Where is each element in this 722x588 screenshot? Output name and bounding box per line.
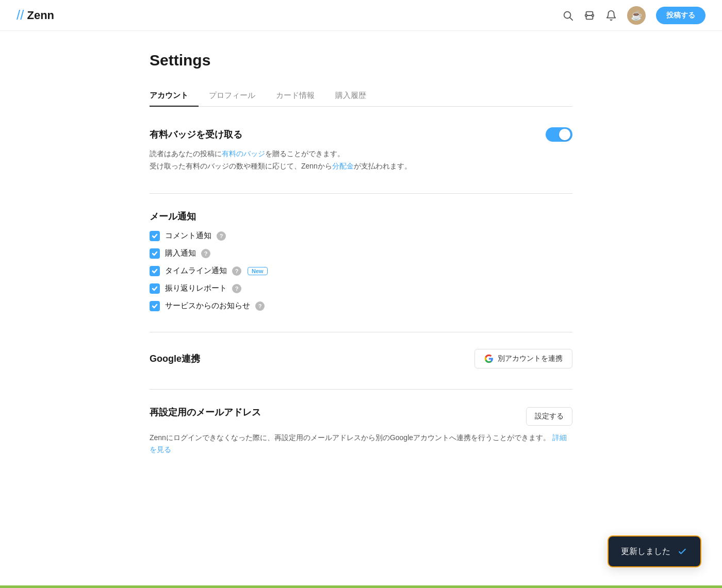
purchase-help-icon[interactable]: ? — [201, 249, 210, 258]
toast-notification: 更新しました — [608, 535, 701, 567]
tabs: アカウント プロフィール カード情報 購入履歴 — [150, 86, 572, 107]
toast-check-icon — [677, 546, 688, 557]
page-title: Settings — [150, 52, 572, 69]
email-reset-set-button[interactable]: 設定する — [526, 407, 572, 426]
service-label: サービスからのお知らせ — [165, 301, 250, 311]
google-icon — [484, 354, 494, 363]
badge-section-title: 有料バッジを受け取る — [150, 128, 242, 141]
list-item: 購入通知 ? — [150, 248, 572, 259]
email-reset-title: 再設定用のメールアドレス — [150, 406, 261, 418]
service-help-icon[interactable]: ? — [255, 301, 265, 311]
divider-2 — [150, 332, 572, 332]
avatar[interactable]: ☕ — [627, 6, 646, 25]
main-content: Settings アカウント プロフィール カード情報 購入履歴 有料バッジを受… — [139, 31, 583, 518]
logo[interactable]: // Zenn — [17, 7, 54, 23]
google-section: Google連携 別アカウントを連携 — [150, 349, 572, 368]
list-item: サービスからのお知らせ ? — [150, 301, 572, 311]
service-checkbox[interactable] — [150, 301, 160, 311]
email-reset-section: 再設定用のメールアドレス 設定する Zennにログインできなくなった際に、再設定… — [150, 406, 572, 457]
navbar-actions: ☕ 投稿する — [562, 6, 705, 25]
email-reset-header: 再設定用のメールアドレス 設定する — [150, 406, 572, 426]
comment-help-icon[interactable]: ? — [217, 231, 226, 241]
timeline-help-icon[interactable]: ? — [232, 266, 241, 276]
network-icon[interactable] — [584, 10, 595, 21]
timeline-checkbox[interactable] — [150, 266, 160, 276]
tab-card[interactable]: カード情報 — [266, 86, 325, 107]
tab-history[interactable]: 購入履歴 — [325, 86, 376, 107]
divider-1 — [150, 193, 572, 194]
report-help-icon[interactable]: ? — [232, 284, 241, 293]
email-notification-title: メール通知 — [150, 210, 572, 223]
distribution-link[interactable]: 分配金 — [332, 162, 354, 170]
search-icon[interactable] — [562, 10, 573, 21]
email-notification-section: メール通知 コメント通知 ? 購入通知 ? — [150, 210, 572, 311]
purchase-label: 購入通知 — [165, 248, 196, 258]
comment-label: コメント通知 — [165, 231, 211, 241]
badge-desc: 読者はあなたの投稿に有料のバッジを贈ることができます。 受け取った有料のバッジの… — [150, 148, 572, 173]
bell-icon[interactable] — [605, 10, 617, 21]
badge-link[interactable]: 有料のバッジ — [222, 149, 265, 158]
report-checkbox[interactable] — [150, 283, 160, 294]
new-badge: New — [248, 267, 268, 275]
google-section-title: Google連携 — [150, 352, 200, 365]
badge-section-header: 有料バッジを受け取る — [150, 127, 572, 142]
toast-message: 更新しました — [621, 546, 670, 557]
purchase-checkbox[interactable] — [150, 248, 160, 259]
bottom-bar — [0, 585, 722, 588]
logo-name: Zenn — [27, 9, 54, 22]
list-item: タイムライン通知 ? New — [150, 266, 572, 276]
email-reset-desc: Zennにログインできなくなった際に、再設定用のメールアドレスから別のGoogl… — [150, 432, 572, 457]
badge-section: 有料バッジを受け取る 読者はあなたの投稿に有料のバッジを贈ることができます。 受… — [150, 127, 572, 173]
navbar: // Zenn ☕ 投稿する — [0, 0, 722, 31]
google-btn-label: 別アカウントを連携 — [498, 354, 563, 363]
comment-checkbox[interactable] — [150, 231, 160, 241]
svg-line-1 — [570, 18, 572, 20]
list-item: 振り返りレポート ? — [150, 283, 572, 294]
divider-3 — [150, 389, 572, 390]
tab-profile[interactable]: プロフィール — [199, 86, 266, 107]
list-item: コメント通知 ? — [150, 231, 572, 241]
google-connect-button[interactable]: 別アカウントを連携 — [474, 349, 572, 368]
report-label: 振り返りレポート — [165, 283, 227, 293]
checkbox-list: コメント通知 ? 購入通知 ? タイムライン通知 ? New — [150, 231, 572, 311]
google-section-header: Google連携 別アカウントを連携 — [150, 349, 572, 368]
badge-toggle[interactable] — [546, 127, 572, 142]
email-reset-text-block: 再設定用のメールアドレス — [150, 406, 261, 418]
logo-slash: // — [17, 7, 24, 23]
tab-account[interactable]: アカウント — [150, 86, 199, 107]
post-button[interactable]: 投稿する — [656, 7, 705, 24]
timeline-label: タイムライン通知 — [165, 266, 227, 276]
